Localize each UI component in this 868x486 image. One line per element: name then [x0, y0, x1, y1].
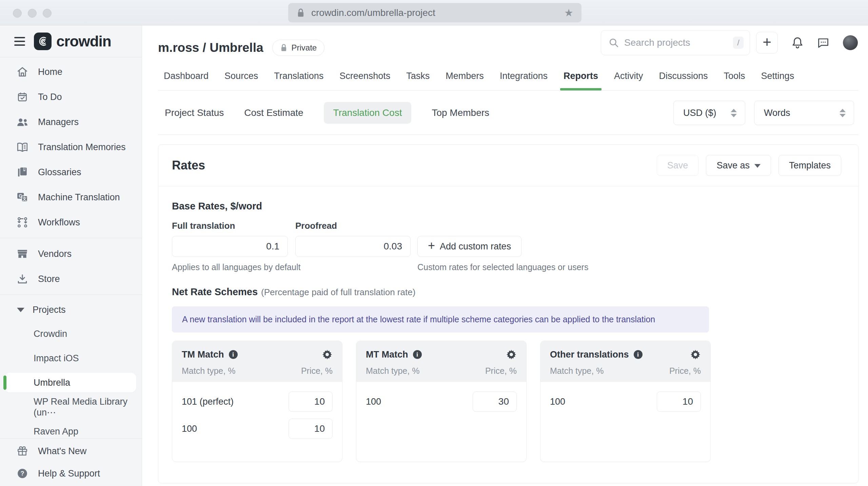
- bookmark-star-icon[interactable]: ★: [564, 7, 573, 19]
- window-controls[interactable]: [13, 9, 52, 18]
- price-input[interactable]: [657, 391, 701, 412]
- download-icon: [16, 274, 29, 284]
- address-bar[interactable]: crowdin.com/umbrella-project ★: [288, 3, 581, 22]
- sidebar-footer: What's New ? Help & Support: [0, 438, 142, 486]
- tm-match-card: TM Match i Match type, %: [172, 341, 342, 462]
- lock-icon: [280, 43, 288, 52]
- tab-tools[interactable]: Tools: [723, 67, 746, 90]
- sidebar-item-projects[interactable]: Projects: [0, 298, 142, 322]
- tab-members[interactable]: Members: [445, 67, 485, 90]
- create-project-button[interactable]: +: [756, 32, 778, 54]
- subtab-top-members[interactable]: Top Members: [432, 107, 489, 118]
- window-minimize-button[interactable]: [28, 9, 37, 18]
- price-column-label: Price, %: [301, 366, 333, 376]
- info-icon[interactable]: i: [634, 350, 643, 359]
- table-row: 100: [366, 391, 517, 412]
- sidebar-nav: Home To Do Managers: [0, 57, 142, 438]
- default-rates-note: Applies to all languages by default: [172, 262, 417, 272]
- sidebar-item-translation-memories[interactable]: Translation Memories: [0, 135, 142, 160]
- price-input[interactable]: [289, 391, 333, 412]
- tab-sources[interactable]: Sources: [224, 67, 259, 90]
- sidebar-project-crowdin[interactable]: Crowdin: [0, 322, 142, 346]
- sidebar-item-home[interactable]: Home: [0, 59, 142, 84]
- currency-select[interactable]: USD ($): [673, 101, 745, 125]
- sidebar-item-store[interactable]: Store: [0, 266, 142, 291]
- tab-settings[interactable]: Settings: [761, 67, 795, 90]
- section-divider: [158, 135, 859, 135]
- tm-match-title: TM Match: [182, 349, 224, 360]
- sidebar-item-label: What's New: [38, 446, 86, 457]
- tab-screenshots[interactable]: Screenshots: [339, 67, 391, 90]
- sidebar-project-umbrella[interactable]: Umbrella: [0, 370, 142, 395]
- net-rate-scheme-cards: TM Match i Match type, %: [172, 341, 845, 462]
- base-rates-notes: Applies to all languages by default Cust…: [172, 262, 845, 272]
- sidebar-item-label: Glossaries: [38, 167, 81, 178]
- gear-icon[interactable]: [506, 349, 517, 360]
- sidebar-item-label: Workflows: [38, 217, 80, 228]
- sidebar-item-label: To Do: [38, 92, 62, 102]
- sidebar-item-whats-new[interactable]: What's New: [0, 440, 142, 462]
- proofread-rate-input[interactable]: [295, 236, 411, 257]
- sidebar-item-vendors[interactable]: Vendors: [0, 241, 142, 266]
- tab-reports[interactable]: Reports: [563, 67, 599, 90]
- sidebar-item-glossaries[interactable]: Glossaries: [0, 160, 142, 185]
- subtab-project-status[interactable]: Project Status: [165, 107, 224, 118]
- window-close-button[interactable]: [13, 9, 22, 18]
- info-icon[interactable]: i: [229, 350, 238, 359]
- tab-integrations[interactable]: Integrations: [499, 67, 548, 90]
- templates-button[interactable]: Templates: [778, 155, 841, 176]
- add-custom-rates-button[interactable]: + Add custom rates: [417, 236, 521, 257]
- net-rate-schemes-heading: Net Rate Schemes: [172, 286, 258, 297]
- save-as-button[interactable]: Save as: [706, 155, 771, 176]
- sidebar-project-raven-app[interactable]: Raven App: [0, 419, 142, 438]
- gear-icon[interactable]: [690, 349, 701, 360]
- rates-card: Rates Save Save as Templates Base Rates,…: [158, 144, 859, 483]
- gear-icon[interactable]: [322, 349, 333, 360]
- save-button[interactable]: Save: [657, 155, 699, 176]
- info-icon[interactable]: i: [413, 350, 422, 359]
- subtab-translation-cost[interactable]: Translation Cost: [324, 102, 412, 124]
- question-circle-icon: ?: [16, 468, 29, 479]
- project-label: WP Real Media Library (un⋯: [34, 397, 142, 418]
- other-translations-card: Other translations i Mat: [540, 341, 711, 462]
- sidebar-item-machine-translation[interactable]: G 文 Machine Translation: [0, 185, 142, 210]
- tab-activity[interactable]: Activity: [613, 67, 644, 90]
- full-translation-rate-input[interactable]: [172, 236, 288, 257]
- sidebar-item-label: Help & Support: [38, 468, 100, 479]
- menu-icon[interactable]: [14, 37, 25, 46]
- header-actions: Search projects / +: [601, 30, 858, 55]
- sidebar-project-wp-real-media-library[interactable]: WP Real Media Library (un⋯: [0, 395, 142, 419]
- messages-icon[interactable]: [817, 37, 829, 48]
- crowdin-logo[interactable]: crowdin: [34, 33, 111, 50]
- search-input[interactable]: Search projects /: [601, 30, 750, 55]
- tab-discussions[interactable]: Discussions: [658, 67, 709, 90]
- sidebar-item-label: Vendors: [38, 249, 72, 259]
- notifications-bell-icon[interactable]: [791, 36, 804, 49]
- window-zoom-button[interactable]: [43, 9, 52, 18]
- sidebar-item-workflows[interactable]: Workflows: [0, 210, 142, 235]
- sidebar-item-help-support[interactable]: ? Help & Support: [0, 462, 142, 485]
- match-type-value: 100: [182, 424, 197, 434]
- sidebar-project-impact-ios[interactable]: Impact iOS: [0, 346, 142, 370]
- rates-title: Rates: [172, 158, 205, 173]
- sidebar-item-label: Home: [38, 67, 62, 77]
- table-row: 101 (perfect): [182, 391, 333, 412]
- sidebar-item-managers[interactable]: Managers: [0, 109, 142, 135]
- gift-icon: [16, 445, 29, 457]
- tab-tasks[interactable]: Tasks: [406, 67, 430, 90]
- unit-select[interactable]: Words: [754, 101, 854, 125]
- subtab-cost-estimate[interactable]: Cost Estimate: [244, 107, 303, 118]
- sidebar-item-todo[interactable]: To Do: [0, 84, 142, 109]
- price-input[interactable]: [289, 419, 333, 439]
- tab-dashboard[interactable]: Dashboard: [163, 67, 209, 90]
- user-avatar[interactable]: [843, 35, 858, 50]
- browser-chrome: crowdin.com/umbrella-project ★: [0, 0, 868, 25]
- tab-translations[interactable]: Translations: [273, 67, 324, 90]
- price-input[interactable]: [473, 391, 517, 412]
- shortcut-hint: /: [733, 37, 744, 49]
- project-label: Raven App: [34, 426, 78, 437]
- unit-value: Words: [764, 108, 790, 118]
- table-row: 100: [550, 391, 701, 412]
- project-label: Impact iOS: [34, 353, 79, 364]
- crowdin-logo-icon: [34, 33, 52, 50]
